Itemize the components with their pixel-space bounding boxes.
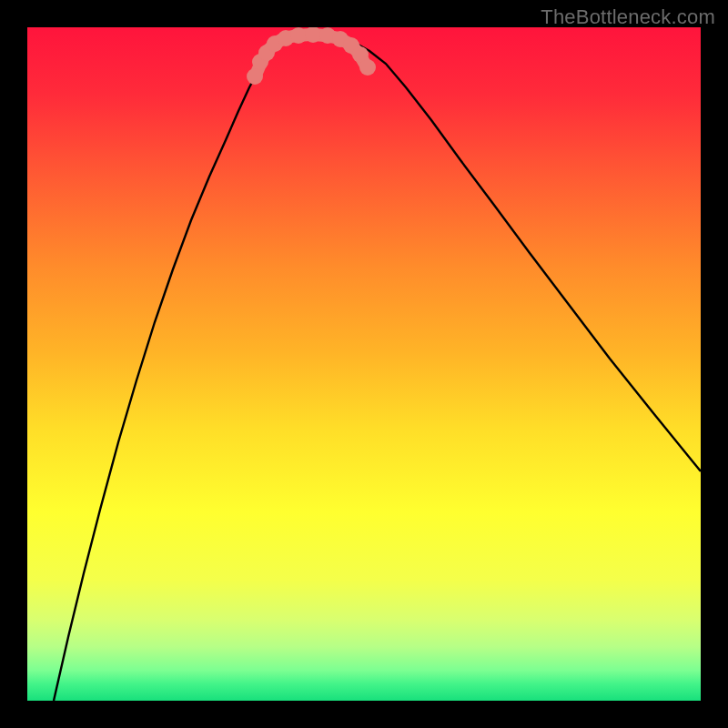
highlight-dot bbox=[247, 68, 263, 85]
highlight-dot bbox=[359, 59, 376, 76]
chart-layer bbox=[27, 27, 701, 701]
highlight-dot bbox=[290, 27, 307, 44]
plot-area bbox=[27, 27, 701, 701]
bottleneck-curve bbox=[54, 35, 701, 701]
highlight-dots bbox=[247, 27, 376, 85]
watermark-text: TheBottleneck.com bbox=[541, 5, 715, 29]
frame: TheBottleneck.com bbox=[0, 0, 728, 728]
